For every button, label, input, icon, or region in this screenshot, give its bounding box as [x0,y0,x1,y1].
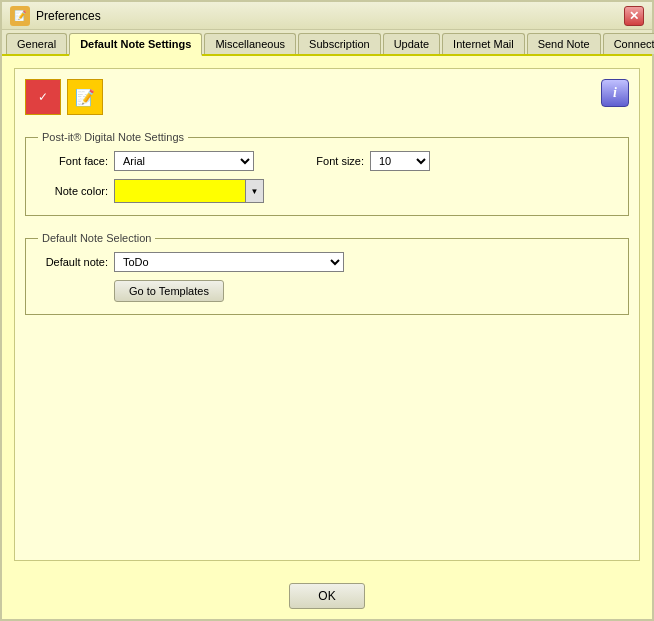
default-note-label: Default note: [38,256,108,268]
tabs-bar: General Default Note Settings Miscellane… [2,30,652,56]
panel-icons: ✓ 📝 [25,79,629,115]
color-swatch[interactable] [115,180,245,202]
default-note-row: Default note: ToDo Personal Work Shoppin… [38,252,616,272]
tab-general[interactable]: General [6,33,67,54]
digital-note-settings-group: Post-it® Digital Note Settings Font face… [25,131,629,216]
default-note-select[interactable]: ToDo Personal Work Shopping [114,252,344,272]
title-bar-left: 📝 Preferences [10,6,101,26]
font-face-select[interactable]: Arial Times New Roman Verdana [114,151,254,171]
app-icon: 📝 [10,6,30,26]
content-area: ✓ 📝 i Post-it® Digital Note Settings Fon… [2,56,652,573]
tab-default-note-settings[interactable]: Default Note Settings [69,33,202,56]
default-note-selection-legend: Default Note Selection [38,232,155,244]
font-face-label: Font face: [38,155,108,167]
tab-internet-mail[interactable]: Internet Mail [442,33,525,54]
inner-panel: ✓ 📝 i Post-it® Digital Note Settings Fon… [14,68,640,561]
info-button[interactable]: i [601,79,629,107]
go-to-templates-button[interactable]: Go to Templates [114,280,224,302]
font-size-label: Font size: [294,155,364,167]
color-picker[interactable]: ▼ [114,179,264,203]
font-size-select[interactable]: 8 9 10 11 12 [370,151,430,171]
note-color-row: Note color: ▼ [38,179,616,203]
bottom-bar: OK [2,573,652,619]
default-note-selection-group: Default Note Selection Default note: ToD… [25,232,629,315]
preferences-window: 📝 Preferences ✕ General Default Note Set… [0,0,654,621]
window-title: Preferences [36,9,101,23]
note-icon-yellow: 📝 [67,79,103,115]
digital-note-settings-legend: Post-it® Digital Note Settings [38,131,188,143]
tab-connections[interactable]: Connections [603,33,654,54]
color-dropdown-btn[interactable]: ▼ [245,180,263,202]
tab-subscription[interactable]: Subscription [298,33,381,54]
tab-miscellaneous[interactable]: Miscellaneous [204,33,296,54]
title-bar: 📝 Preferences ✕ [2,2,652,30]
note-icon-red: ✓ [25,79,61,115]
tab-send-note[interactable]: Send Note [527,33,601,54]
font-row: Font face: Arial Times New Roman Verdana… [38,151,616,171]
go-to-templates-row: Go to Templates [114,280,616,302]
ok-button[interactable]: OK [289,583,364,609]
close-button[interactable]: ✕ [624,6,644,26]
note-color-label: Note color: [38,185,108,197]
tab-update[interactable]: Update [383,33,440,54]
